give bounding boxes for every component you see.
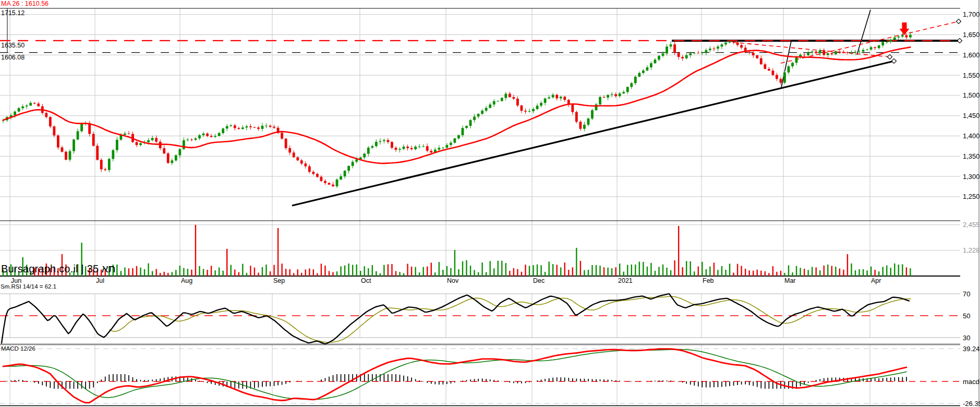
stock-chart-canvas: 1,7001,6501,6001,5501,5001,4501,4001,350… bbox=[0, 0, 980, 407]
price-axis-tick-label: 1,450 bbox=[963, 112, 980, 119]
price-axis-tick-label: 1,500 bbox=[963, 91, 980, 99]
ma26-value-label: MA 26 : 1610.56 bbox=[1, 0, 49, 7]
trendline-handle[interactable] bbox=[891, 58, 896, 63]
price-axis-tick-label: 1,600 bbox=[963, 51, 980, 59]
resistance-level-label: 1635.50 bbox=[1, 42, 25, 49]
trendline-handle[interactable] bbox=[957, 38, 962, 43]
scale-top-value-label: 1715.12 bbox=[1, 9, 25, 17]
trendline-handle[interactable] bbox=[956, 19, 961, 23]
support-trendline[interactable] bbox=[292, 61, 894, 206]
rsi-indicator-label: Sm.RSI 14/14 = 62.1 bbox=[1, 283, 56, 290]
month-axis-label: Oct bbox=[361, 277, 371, 284]
macd-signal-line bbox=[3, 350, 906, 400]
bursagraph-watermark: Bursagraph.co.il | 35 תא bbox=[1, 263, 116, 275]
month-axis-label: Jul bbox=[96, 277, 104, 284]
ma26-line bbox=[3, 47, 910, 163]
steep-trendline-a[interactable] bbox=[781, 41, 791, 87]
price-axis-tick-label: 1,300 bbox=[963, 173, 980, 181]
macd-axis-tick-label: 39.24 bbox=[963, 345, 980, 353]
macd-axis-tick-label: -26.35 bbox=[963, 400, 980, 407]
month-axis-label: Apr bbox=[871, 277, 881, 284]
rsi-axis-tick-label: 50 bbox=[963, 312, 970, 320]
price-axis-tick-label: 1,550 bbox=[963, 71, 980, 79]
sell-arrow-icon[interactable] bbox=[900, 22, 910, 35]
month-axis-label: Nov bbox=[447, 277, 459, 284]
month-axis-label: Feb bbox=[703, 277, 714, 284]
macd-line bbox=[3, 349, 906, 403]
month-axis-label: 2021 bbox=[618, 277, 633, 284]
price-axis-tick-label: 1,650 bbox=[963, 31, 980, 39]
price-axis-tick-label: 1,700 bbox=[963, 10, 980, 18]
price-axis-tick-label: 1,350 bbox=[963, 152, 980, 160]
macd-indicator-label: MACD 12/26 bbox=[1, 345, 35, 352]
stock-chart-window: 1,7001,6501,6001,5501,5001,4501,4001,350… bbox=[0, 0, 980, 407]
month-axis-label: Mar bbox=[784, 277, 796, 284]
price-axis-tick-label: 1,400 bbox=[963, 132, 980, 140]
rsi-smooth-line bbox=[110, 296, 911, 342]
month-axis-label: Aug bbox=[181, 277, 192, 284]
month-axis-label: Sep bbox=[273, 277, 285, 284]
rsi-axis-tick-label: 30 bbox=[963, 334, 970, 342]
macd-axis-tick-label: macd= bbox=[963, 378, 980, 386]
price-axis-tick-label: 1,250 bbox=[963, 193, 980, 200]
steep-trendline-b[interactable] bbox=[857, 10, 870, 55]
candlestick-series bbox=[2, 32, 912, 188]
volume-axis-tick-label: 2,455 bbox=[963, 221, 980, 229]
volume-axis-tick-label: 1,228 bbox=[963, 246, 980, 254]
month-axis-label: Dec bbox=[533, 277, 545, 284]
rsi-axis-tick-label: 70 bbox=[963, 290, 970, 298]
prev-close-level-label: 1606.08 bbox=[1, 54, 25, 61]
